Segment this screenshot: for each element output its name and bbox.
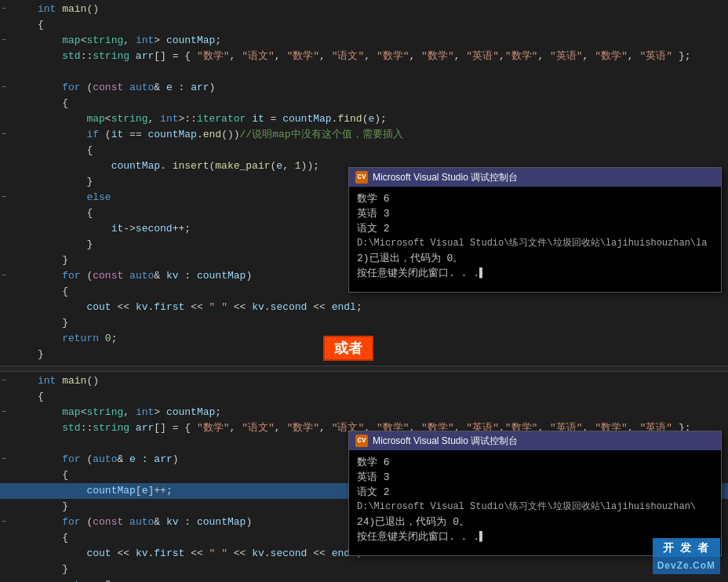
console-titlebar-2: CV Microsoft Visual Studio 调试控制台 [349, 431, 721, 450]
watermark-bottom: DevZe.CoM [653, 557, 720, 574]
console-window-1: CV Microsoft Visual Studio 调试控制台 数学 6 英语… [348, 167, 722, 293]
console-titlebar-1: CV Microsoft Visual Studio 调试控制台 [349, 168, 721, 187]
console-line: 数学 6 [357, 455, 713, 470]
console-window-2: CV Microsoft Visual Studio 调试控制台 数学 6 英语… [348, 431, 722, 556]
code-line: map<string, int>::iterator it = countMap… [0, 111, 728, 127]
code-line [0, 64, 728, 80]
code-line: − map<string, int> countMap; [0, 405, 728, 420]
code-line: − for (const auto& e : arr) [0, 80, 728, 96]
code-line: − if (it == countMap.end())//说明map中没有这个值… [0, 127, 728, 143]
console-line: 英语 3 [357, 206, 713, 221]
code-line: { [0, 143, 728, 158]
console-line: 24)已退出，代码为 0。 [357, 515, 713, 529]
console-title-2: Microsoft Visual Studio 调试控制台 [373, 433, 518, 449]
code-line: { [0, 389, 728, 405]
console-line: D:\Microsoft Visual Studio\练习文件\垃圾回收站\la… [357, 236, 713, 251]
code-line: return 0; [0, 577, 728, 582]
watermark: 开 发 者 DevZe.CoM [653, 538, 720, 574]
code-line: { [0, 96, 728, 111]
console-line: 数学 6 [357, 191, 713, 206]
console-line: 语文 2 [357, 221, 713, 236]
code-line: } [0, 562, 728, 577]
console-body-2: 数学 6 英语 3 语文 2 D:\Microsoft Visual Studi… [349, 450, 721, 549]
code-line: cout << kv.first << " " << kv.second << … [0, 300, 728, 315]
console-icon-2: CV [355, 435, 368, 447]
code-line: − int main() [0, 373, 728, 389]
console-icon-1: CV [355, 171, 368, 184]
console-line: 按任意键关闭此窗口. . .▌ [357, 266, 713, 281]
console-line: 语文 2 [357, 485, 713, 500]
console-title-1: Microsoft Visual Studio 调试控制台 [373, 169, 518, 185]
console-line: D:\Microsoft Visual Studio\练习文件\垃圾回收站\la… [357, 500, 713, 515]
code-line: − map<string, int> countMap; [0, 33, 728, 49]
console-line: 英语 3 [357, 470, 713, 485]
code-editor: − int main() { − map<string, int> countM… [0, 0, 728, 582]
or-label: 或者 [323, 336, 373, 361]
code-line: std::string arr[] = { "数学", "语文", "数学", … [0, 49, 728, 64]
code-line: } [0, 315, 728, 331]
console-body-1: 数学 6 英语 3 语文 2 D:\Microsoft Visual Studi… [349, 187, 721, 286]
section-divider [0, 366, 728, 372]
code-line: − int main() [0, 2, 728, 17]
console-line: 2)已退出，代码为 0。 [357, 251, 713, 266]
watermark-top: 开 发 者 [653, 538, 720, 557]
code-line: { [0, 17, 728, 33]
